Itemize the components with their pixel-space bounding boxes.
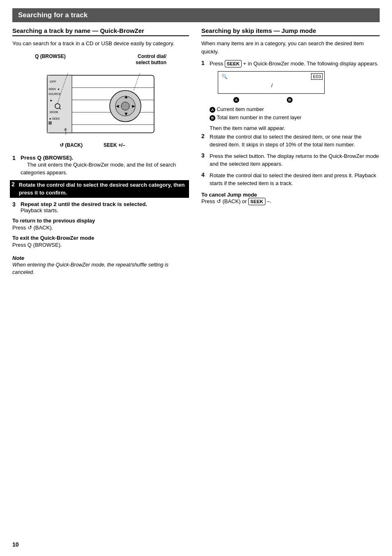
seek-label: SEEK +/– (104, 142, 125, 148)
step-1-body: The unit enters the Quick-BrowZer mode, … (21, 162, 176, 176)
annotation-a: A Current item number (210, 105, 380, 114)
step-3-title: Repeat step 2 until the desired track is… (21, 201, 147, 207)
step-2-content: Rotate the control dial to select the de… (16, 180, 189, 198)
return-body: Press ↺ (BACK). (12, 224, 189, 232)
svg-text:◄: ◄ (115, 103, 120, 109)
cancel-body: Press ↺ (BACK) or SEEK –. (201, 198, 380, 205)
right-step-1-content: Press SEEK + in Quick-BrowZer mode. The … (210, 60, 378, 68)
sub-section-return: To return to the previous display Press … (12, 218, 189, 232)
right-step-3-content: Press the select button. The display ret… (210, 152, 380, 168)
annotation-b-text: Total item number in the current layer (217, 115, 301, 120)
browse-label: Q (BROWSE) (35, 53, 66, 66)
annotation-a-icon: A (210, 107, 215, 113)
svg-text:▲: ▲ (124, 94, 129, 100)
return-title: To return to the previous display (12, 218, 189, 224)
right-step-2-num: 2 (201, 133, 207, 149)
back-label: ↺ (BACK) (60, 142, 83, 148)
svg-text:MODE: MODE (50, 111, 58, 114)
step-3-body: Playback starts. (21, 207, 58, 213)
svg-text:SOURCE: SOURCE (48, 93, 61, 95)
svg-text:►: ► (131, 103, 136, 109)
seek-button-icon: SEEK (225, 60, 242, 67)
label-b-container: B (287, 97, 293, 103)
display-e03: E03 (311, 73, 323, 80)
svg-rect-14 (48, 121, 52, 125)
exit-title: To exit the Quick-BrowZer mode (12, 235, 189, 241)
page-header: Searching for a track (12, 8, 380, 22)
right-step-3-num: 3 (201, 152, 207, 168)
step-3-num: 3 (12, 201, 18, 213)
right-step-1-num: 1 (201, 60, 207, 68)
circle-a: A (233, 97, 239, 103)
then-text: Then the item name will appear. (210, 125, 380, 131)
cancel-section: To cancel Jump mode Press ↺ (BACK) or SE… (201, 192, 380, 205)
display-area: 🔍 E03 / A B A Current item number (210, 71, 380, 131)
left-section-title: Searching a track by name — Quick-BrowZe… (12, 27, 189, 36)
step-1-num: 1 (12, 155, 18, 177)
step-3: 3 Repeat step 2 until the desired track … (12, 201, 189, 213)
device-diagram: Q (BROWSE) Control dial/select button OF… (12, 53, 189, 148)
display-slash: / (271, 82, 273, 88)
step-1: 1 Press Q (BROWSE). The unit enters the … (12, 155, 189, 177)
label-a-container: A (233, 97, 239, 103)
step-2: 2 Rotate the control dial to select the … (12, 180, 189, 198)
svg-point-17 (121, 102, 129, 110)
display-box: 🔍 E03 / (218, 71, 325, 94)
svg-text:OFF: OFF (50, 80, 56, 83)
step-2-num: 2 (10, 180, 16, 198)
exit-body: Press Q (BROWSE). (12, 241, 189, 249)
note-body: When entering the Quick-BrowZer mode, th… (12, 261, 189, 277)
right-step-2-content: Rotate the control dial to select the de… (210, 133, 380, 149)
circle-b: B (287, 97, 293, 103)
svg-text:↺: ↺ (64, 127, 67, 132)
svg-line-24 (134, 73, 140, 91)
device-illustration: OFF SEEK ◄ SOURCE ► MODE ◄ SEEK ◄ (35, 67, 166, 142)
display-search-icon: 🔍 (221, 74, 228, 79)
svg-text:►: ► (50, 99, 53, 102)
svg-text:SEEK ◄: SEEK ◄ (48, 88, 60, 90)
annotation-b-icon: B (210, 115, 215, 121)
control-label: Control dial/select button (136, 53, 166, 66)
right-step-4: 4 Rotate the control dial to select the … (201, 171, 380, 188)
annotation-b: B Total item number in the current layer (210, 114, 380, 122)
svg-text:▼: ▼ (124, 111, 129, 117)
note-section: Note When entering the Quick-BrowZer mod… (12, 255, 189, 277)
right-section-title: Searching by skip items — Jump mode (201, 27, 380, 36)
seek-cancel-icon: SEEK (248, 198, 265, 205)
note-title: Note (12, 255, 189, 261)
annotation-a-text: Current item number (217, 107, 264, 112)
right-step-4-num: 4 (201, 171, 207, 188)
right-step-4-content: Rotate the control dial to select the de… (210, 171, 380, 188)
svg-text:◄ SEEK: ◄ SEEK (48, 117, 60, 120)
sub-section-exit: To exit the Quick-BrowZer mode Press Q (… (12, 235, 189, 249)
right-column: Searching by skip items — Jump mode When… (201, 27, 380, 276)
right-step-3: 3 Press the select button. The display r… (201, 152, 380, 168)
annotations: A Current item number B Total item numbe… (210, 105, 380, 122)
left-intro: You can search for a track in a CD or US… (12, 39, 189, 48)
left-column: Searching a track by name — Quick-BrowZe… (12, 27, 189, 276)
step-1-title: Press Q (BROWSE). (21, 155, 73, 161)
right-intro: When many items are in a category, you c… (201, 39, 380, 56)
cancel-title: To cancel Jump mode (201, 192, 380, 198)
page-number: 10 (12, 541, 19, 548)
right-step-2: 2 Rotate the control dial to select the … (201, 133, 380, 149)
right-step-1: 1 Press SEEK + in Quick-BrowZer mode. Th… (201, 60, 380, 68)
